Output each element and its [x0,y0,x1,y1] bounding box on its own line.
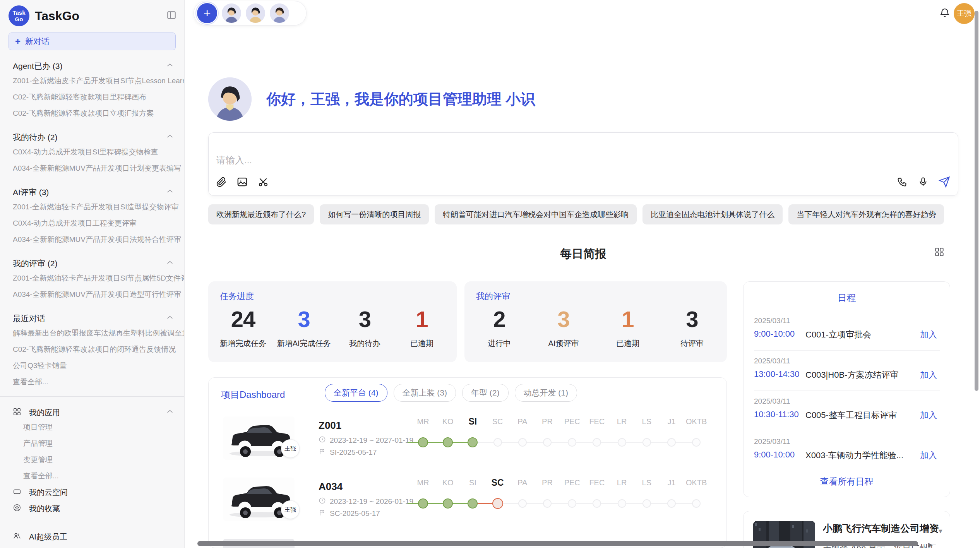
new-chat-label: 新对话 [25,36,50,47]
sidebar-section-header[interactable]: AI评审 (3) [13,186,184,199]
stat-value: 3 [540,306,587,332]
horizontal-scrollbar[interactable] [197,541,918,546]
bell-icon[interactable] [939,7,951,20]
stat-label: 新增AI完成任务 [277,338,331,349]
chevron-up-icon[interactable] [166,61,174,72]
milestone-dot [618,499,626,508]
microphone-icon[interactable] [918,176,929,189]
milestone-dot [642,499,651,508]
sidebar-item-favorites[interactable]: 我的收藏 [13,500,184,517]
suggestion-chip[interactable]: 欧洲新规最近颁布了什么? [208,204,314,224]
scroll-down-arrow-icon[interactable]: ▼ [937,528,944,535]
sidebar-conversation-item[interactable]: 查看全部... [13,374,184,390]
dashboard-filter-chip[interactable]: 年型 (2) [462,384,509,402]
sidebar-section-header[interactable]: 我的待办 (2) [13,131,184,144]
sidebar-section-header[interactable]: 我的评审 (2) [13,257,184,270]
project-row[interactable]: 王强Z0012023-12-19 ~ 2027-01-19SI-2025-05-… [209,416,727,478]
milestone-dot [618,438,626,447]
collapse-sidebar-icon[interactable] [166,10,176,22]
sidebar-conversation-item[interactable]: A034-全新新能源MUV产品开发项目计划变更表编写 [13,160,184,176]
sidebar-item-writing[interactable]: 帮我写作 [13,545,184,548]
stat-label: 新增完成任务 [220,338,266,349]
vertical-scrollbar[interactable] [975,11,978,391]
schedule-view-all-link[interactable]: 查看所有日程 [744,476,950,488]
sidebar-conversation-item[interactable]: A034-全新新能源MUV产品开发项目法规符合性评审 [13,231,184,248]
suggestion-chip[interactable]: 当下年轻人对汽车外观有怎样的喜好趋势 [788,204,944,224]
project-dates: 2023-12-19 ~ 2026-01-19 [319,497,413,506]
stat-columns: 24新增完成任务3新增AI完成任务3我的待办1已逾期 [220,306,445,349]
sidebar-app-item[interactable]: 产品管理 [23,435,184,452]
stat-item: 3新增AI完成任务 [277,306,331,349]
sidebar-section-header[interactable]: Agent已办 (3) [13,60,184,73]
project-row[interactable]: 王强A0342023-12-19 ~ 2026-01-19SC-2025-05-… [209,478,727,539]
chevron-up-icon[interactable] [166,187,174,198]
stat-card-title: 任务进度 [220,291,445,302]
sidebar-section-header[interactable]: 最近对话 [13,312,184,325]
schedule-join-link[interactable]: 加入 [920,329,937,341]
dashboard-title: 项目Dashboard [221,389,285,401]
flag-icon [319,448,326,457]
project-code: A034 [319,481,343,493]
agent-avatar-3[interactable] [270,3,289,23]
sidebar-conversation-item[interactable]: C0X4-动力总成开发项目SI里程碑提交物检查 [13,144,184,160]
image-icon[interactable] [236,176,248,189]
paperclip-icon[interactable] [216,176,227,189]
agent-avatar-1[interactable] [222,3,241,23]
schedule-join-link[interactable]: 加入 [920,369,937,381]
sidebar-item-cloud-space[interactable]: 我的云空间 [13,484,184,500]
schedule-item: 2025/03/119:00-10:00C001-立项审批会加入 [754,310,940,351]
taskgo-app: Task Go TaskGo + 新对话 Agent已办 (3)Z001-全新燃… [0,0,980,548]
sidebar-conversation-item[interactable]: C0X4-动力总成开发项目工程变更评审 [13,215,184,231]
new-chat-button[interactable]: + 新对话 [9,33,176,50]
stat-label: AI预评审 [540,338,587,349]
sidebar-sections: Agent已办 (3)Z001-全新燃油皮卡产品开发项目SI节点Lesson L… [13,60,184,390]
scroll-right-arrow-icon[interactable]: ▶ [928,541,933,548]
schedule-join-link[interactable]: 加入 [920,450,937,461]
scissors-icon[interactable] [257,176,269,189]
stat-value: 3 [341,306,388,332]
dashboard-filter-chip[interactable]: 全新上装 (3) [394,384,456,402]
sidebar-conversation-item[interactable]: A034-全新新能源MUV产品开发项目造型可行性评审 [13,286,184,303]
dashboard-filter-chip[interactable]: 全新平台 (4) [325,384,387,402]
sidebar-conversation-item[interactable]: C02-飞腾新能源轻客改款项目里程碑画布 [13,89,184,105]
chat-input-placeholder: 请输入... [216,154,252,166]
send-icon[interactable] [939,176,950,189]
sidebar-conversation-item[interactable]: 公司Q3轻卡销量 [13,358,184,374]
phone-icon[interactable] [897,176,908,189]
chevron-up-icon[interactable] [166,259,174,269]
ai-staff-icon [13,532,21,542]
suggestion-chip[interactable]: 比亚迪全固态电池计划具体说了什么 [642,204,783,224]
project-dates-text: 2023-12-19 ~ 2027-01-19 [330,436,413,445]
schedule-item: 2025/03/1113:00-14:30C003|H0B-方案冻结评审加入 [754,351,940,391]
chevron-up-icon[interactable] [166,132,174,143]
sidebar-item-ai-staff[interactable]: AI超级员工 [13,529,184,545]
suggestion-chip[interactable]: 特朗普可能对进口汽车增税会对中国车企造成哪些影响 [435,204,637,224]
section-title: AI评审 (3) [13,187,49,198]
stat-card-row: 任务进度24新增完成任务3新增AI完成任务3我的待办1已逾期我的评审2进行中3A… [208,281,727,362]
chevron-up-icon[interactable] [166,408,174,418]
suggestion-chip[interactable]: 如何写一份清晰的项目周报 [320,204,429,224]
sidebar-conversation-item[interactable]: Z001-全新燃油轻卡产品开发项目SI节点属性5D文件评审 [13,270,184,286]
sidebar-app-item[interactable]: 变更管理 [23,452,184,468]
sidebar-conversation-item[interactable]: C02-飞腾新能源轻客改款项目立项汇报方案 [13,105,184,122]
sidebar-conversation-item[interactable]: Z001-全新燃油皮卡产品开发项目SI节点Lesson Learn报告 [13,73,184,89]
user-avatar[interactable]: 王强 [954,3,975,24]
stat-label: 进行中 [476,338,523,349]
sidebar-conversation-item[interactable]: 解释最新出台的欧盟报废车法规再生塑料比例被调至15%... [13,325,184,341]
milestone-dot [543,499,552,508]
sidebar-app-item[interactable]: 项目管理 [23,419,184,435]
schedule-event-name: C005-整车工程目标评审 [805,409,897,421]
chevron-up-icon[interactable] [166,313,174,324]
stat-card-title: 我的评审 [476,291,715,302]
new-session-plus-button[interactable]: + [197,3,217,23]
dashboard-filter-chip[interactable]: 动总开发 (1) [515,384,577,402]
sidebar-conversation-item[interactable]: C02-飞腾新能源轻客改款项目的闭环通告反馈情况 [13,341,184,358]
sidebar-apps-header[interactable]: 我的应用 [13,406,184,419]
chat-input-card[interactable]: 请输入... [208,132,958,196]
brief-layout-icon[interactable] [934,247,944,259]
sidebar-app-item[interactable]: 查看全部... [23,468,184,484]
sidebar-conversation-item[interactable]: Z001-全新燃油轻卡产品开发项目SI造型提交物评审 [13,199,184,215]
schedule-join-link[interactable]: 加入 [920,409,937,421]
link-label: 我的收藏 [29,503,60,514]
agent-avatar-2[interactable] [246,3,265,23]
